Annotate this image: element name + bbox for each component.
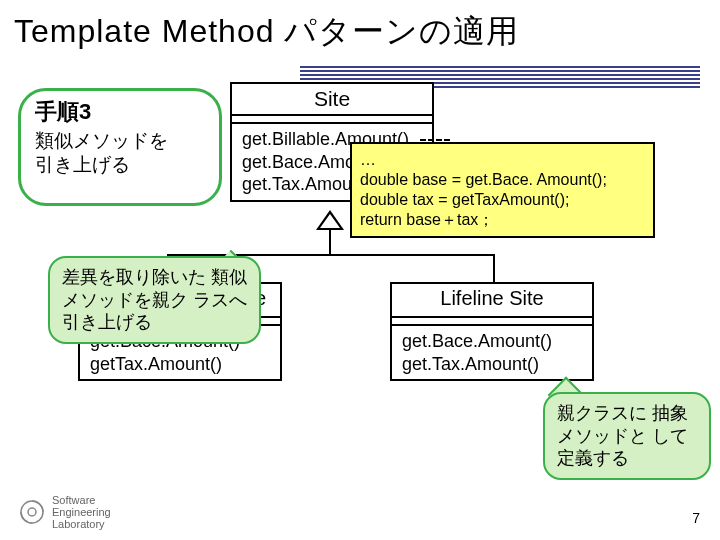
slide: { "title": "Template Method パターンの適用", "s… xyxy=(0,0,720,540)
callout-abstract: 親クラスに 抽象メソッドと して定義する xyxy=(543,392,711,480)
logo-text: Software Engineering Laboratory xyxy=(52,494,111,530)
svg-point-1 xyxy=(28,508,36,516)
step-body-line2: 引き上げる xyxy=(35,154,130,175)
class-gap xyxy=(232,116,432,124)
inh-line-right xyxy=(493,254,495,282)
step-heading: 手順3 xyxy=(35,97,205,127)
class-name-site: Site xyxy=(232,84,432,116)
step-body: 類似メソッドを 引き上げる xyxy=(35,129,205,177)
logo-line1: Software xyxy=(52,494,111,506)
step-body-line1: 類似メソッドを xyxy=(35,130,168,151)
page-number: 7 xyxy=(692,510,700,526)
class-gap xyxy=(392,318,592,326)
code-note: … double base = get.Bace. Amount(); doub… xyxy=(350,142,655,238)
page-title: Template Method パターンの適用 xyxy=(14,10,519,54)
logo-line3: Laboratory xyxy=(52,518,111,530)
callout-pull-up: 差異を取り除いた 類似メソッドを親ク ラスへ引き上げる xyxy=(48,256,261,344)
inh-line-v xyxy=(329,230,331,254)
class-ops-lifeline: get.Bace.Amount() get.Tax.Amount() xyxy=(392,326,592,379)
class-box-lifeline: Lifeline Site get.Bace.Amount() get.Tax.… xyxy=(390,282,594,381)
footer-logo: Software Engineering Laboratory xyxy=(18,494,111,530)
inheritance-arrow-icon xyxy=(316,210,344,230)
logo-icon xyxy=(18,498,46,526)
class-name-lifeline: Lifeline Site xyxy=(392,284,592,318)
step-box: 手順3 類似メソッドを 引き上げる xyxy=(18,88,222,206)
note-connector xyxy=(420,139,450,141)
logo-line2: Engineering xyxy=(52,506,111,518)
